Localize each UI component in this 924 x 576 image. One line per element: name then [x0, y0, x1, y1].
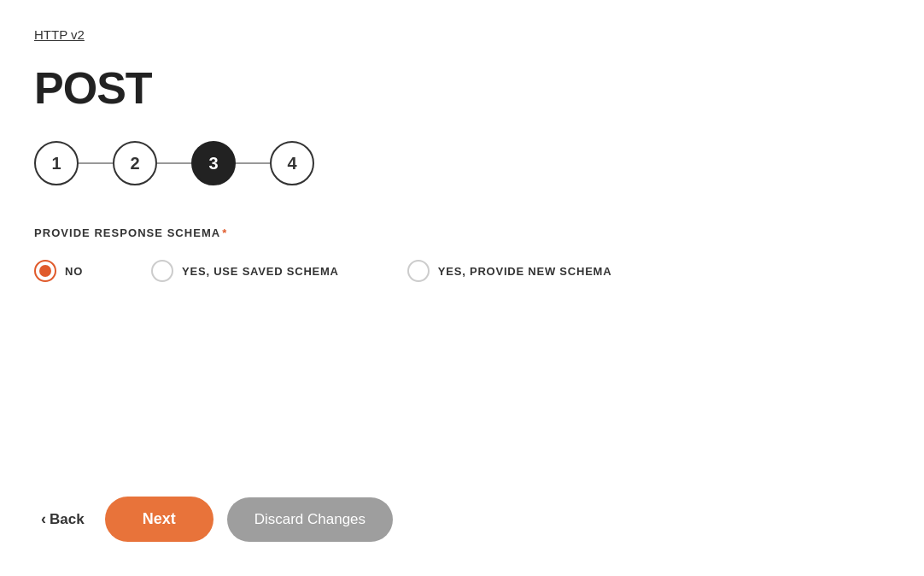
next-button[interactable]: Next [105, 497, 213, 542]
step-connector-3 [236, 162, 270, 164]
required-asterisk: * [222, 226, 227, 239]
radio-option-no[interactable]: NO [34, 260, 83, 282]
action-bar: ‹ Back Next Discard Changes [34, 497, 393, 542]
discard-button[interactable]: Discard Changes [227, 497, 393, 542]
section-label: PROVIDE RESPONSE SCHEMA* [34, 226, 890, 239]
radio-label-yes-new: YES, PROVIDE NEW SCHEMA [438, 265, 612, 278]
radio-option-yes-new[interactable]: YES, PROVIDE NEW SCHEMA [407, 260, 612, 282]
radio-option-yes-saved[interactable]: YES, USE SAVED SCHEMA [151, 260, 339, 282]
page-title: POST [34, 62, 890, 114]
radio-label-yes-saved: YES, USE SAVED SCHEMA [182, 265, 339, 278]
breadcrumb-link[interactable]: HTTP v2 [34, 27, 85, 42]
back-button[interactable]: ‹ Back [34, 510, 91, 528]
radio-label-no: NO [65, 265, 83, 278]
radio-outer-yes-new[interactable] [407, 260, 430, 282]
step-4[interactable]: 4 [270, 141, 314, 185]
step-connector-2 [157, 162, 191, 164]
page-container: HTTP v2 POST 1 2 3 4 PROVIDE RESPONSE SC… [0, 0, 924, 576]
radio-outer-yes-saved[interactable] [151, 260, 173, 282]
radio-outer-no[interactable] [34, 260, 56, 282]
stepper: 1 2 3 4 [34, 141, 890, 185]
step-3[interactable]: 3 [191, 141, 236, 185]
step-2[interactable]: 2 [113, 141, 157, 185]
step-connector-1 [79, 162, 113, 164]
radio-group: NO YES, USE SAVED SCHEMA YES, PROVIDE NE… [34, 260, 890, 282]
back-chevron-icon: ‹ [41, 510, 46, 528]
radio-inner-no [39, 265, 51, 277]
step-1[interactable]: 1 [34, 141, 79, 185]
